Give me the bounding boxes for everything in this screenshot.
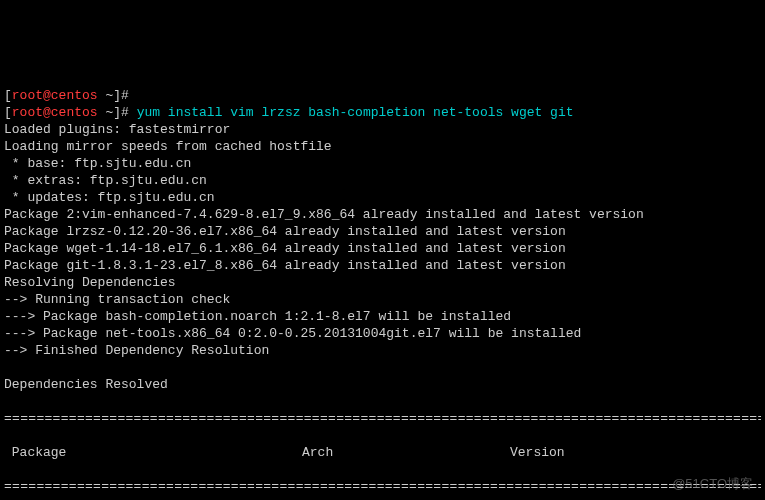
col-version: Version	[510, 444, 565, 461]
output-line: Package git-1.8.3.1-23.el7_8.x86_64 alre…	[4, 258, 566, 273]
col-arch: Arch	[302, 444, 510, 461]
prompt-user-host: root@centos	[12, 88, 98, 103]
prompt-lbracket: [	[4, 88, 12, 103]
output-line: * updates: ftp.sjtu.edu.cn	[4, 190, 215, 205]
prompt-user-host: root@centos	[12, 105, 98, 120]
prompt-lbracket: [	[4, 105, 12, 120]
output-line: Resolving Dependencies	[4, 275, 176, 290]
col-package: Package	[4, 444, 302, 461]
output-line: * extras: ftp.sjtu.edu.cn	[4, 173, 207, 188]
output-line: Package 2:vim-enhanced-7.4.629-8.el7_9.x…	[4, 207, 644, 222]
output-line: * base: ftp.sjtu.edu.cn	[4, 156, 191, 171]
output-line: ---> Package bash-completion.noarch 1:2.…	[4, 309, 511, 324]
output-line: Loaded plugins: fastestmirror	[4, 122, 230, 137]
section-heading: Dependencies Resolved	[4, 377, 168, 392]
separator-double: ========================================…	[4, 478, 761, 495]
output-line: ---> Package net-tools.x86_64 0:2.0-0.25…	[4, 326, 581, 341]
output-line: Loading mirror speeds from cached hostfi…	[4, 139, 332, 154]
command-input[interactable]: yum install vim lrzsz bash-completion ne…	[137, 105, 574, 120]
watermark: @51CTO博客	[672, 475, 753, 492]
prompt-rbracket: ]#	[113, 88, 136, 103]
prompt-path: ~	[98, 105, 114, 120]
prompt-line[interactable]: [root@centos ~]#	[4, 88, 137, 103]
output-line: Package wget-1.14-18.el7_6.1.x86_64 alre…	[4, 241, 566, 256]
separator-double: ========================================…	[4, 410, 761, 427]
terminal-output: [root@centos ~]# [root@centos ~]# yum in…	[4, 70, 761, 500]
table-header: PackageArchVersion	[4, 444, 761, 461]
prompt-line[interactable]: [root@centos ~]# yum install vim lrzsz b…	[4, 105, 574, 120]
output-line: Package lrzsz-0.12.20-36.el7.x86_64 alre…	[4, 224, 566, 239]
output-line: --> Finished Dependency Resolution	[4, 343, 269, 358]
prompt-path: ~	[98, 88, 114, 103]
prompt-rbracket: ]#	[113, 105, 136, 120]
output-line: --> Running transaction check	[4, 292, 230, 307]
